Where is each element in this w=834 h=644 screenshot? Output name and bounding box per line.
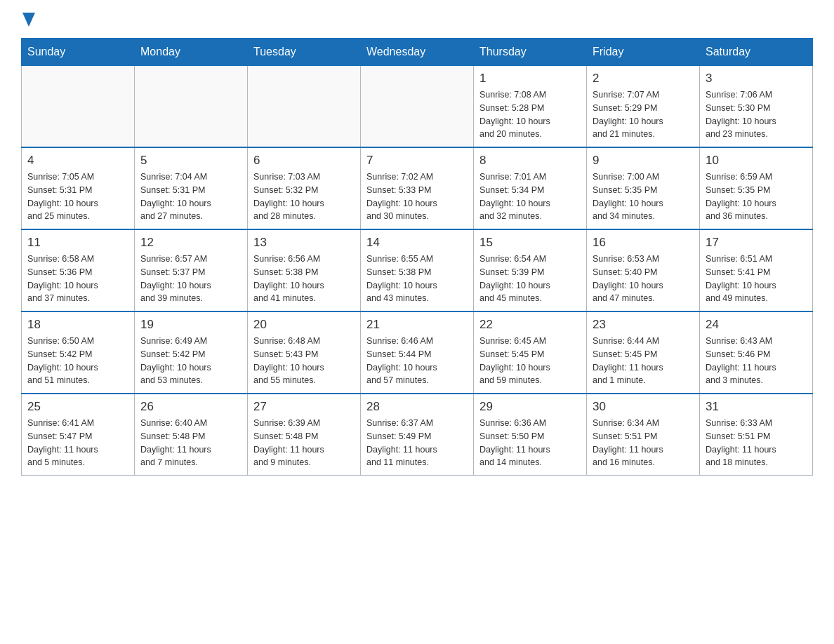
calendar-day-cell: 24Sunrise: 6:43 AM Sunset: 5:46 PM Dayli… — [700, 311, 813, 394]
calendar-day-cell: 22Sunrise: 6:45 AM Sunset: 5:45 PM Dayli… — [474, 311, 587, 394]
day-info-text: Sunrise: 7:01 AM Sunset: 5:34 PM Dayligh… — [479, 170, 581, 223]
day-info-text: Sunrise: 6:37 AM Sunset: 5:49 PM Dayligh… — [366, 417, 468, 469]
day-number: 10 — [706, 154, 807, 168]
calendar-day-cell: 15Sunrise: 6:54 AM Sunset: 5:39 PM Dayli… — [474, 229, 587, 311]
calendar-day-cell: 19Sunrise: 6:49 AM Sunset: 5:42 PM Dayli… — [135, 311, 248, 394]
calendar-day-cell — [361, 66, 474, 148]
day-info-text: Sunrise: 6:43 AM Sunset: 5:46 PM Dayligh… — [706, 335, 807, 387]
calendar-day-cell — [135, 66, 248, 148]
day-info-text: Sunrise: 6:51 AM Sunset: 5:41 PM Dayligh… — [706, 253, 807, 305]
day-number: 17 — [706, 236, 807, 250]
day-number: 3 — [706, 72, 807, 86]
day-info-text: Sunrise: 7:00 AM Sunset: 5:35 PM Dayligh… — [593, 170, 694, 223]
day-info-text: Sunrise: 6:46 AM Sunset: 5:44 PM Dayligh… — [366, 335, 468, 387]
calendar-day-cell: 26Sunrise: 6:40 AM Sunset: 5:48 PM Dayli… — [135, 394, 248, 476]
day-info-text: Sunrise: 6:54 AM Sunset: 5:39 PM Dayligh… — [479, 253, 581, 305]
calendar-week-row: 11Sunrise: 6:58 AM Sunset: 5:36 PM Dayli… — [22, 229, 813, 311]
calendar-week-row: 4Sunrise: 7:05 AM Sunset: 5:31 PM Daylig… — [22, 147, 813, 229]
day-number: 19 — [140, 318, 241, 332]
day-number: 7 — [366, 154, 468, 168]
calendar-day-cell: 16Sunrise: 6:53 AM Sunset: 5:40 PM Dayli… — [587, 229, 700, 311]
day-number: 29 — [479, 400, 581, 414]
day-info-text: Sunrise: 7:03 AM Sunset: 5:32 PM Dayligh… — [253, 170, 355, 223]
day-info-text: Sunrise: 6:56 AM Sunset: 5:38 PM Dayligh… — [253, 253, 355, 305]
calendar-day-cell: 10Sunrise: 6:59 AM Sunset: 5:35 PM Dayli… — [700, 147, 813, 229]
calendar-week-row: 1Sunrise: 7:08 AM Sunset: 5:28 PM Daylig… — [22, 66, 813, 148]
day-info-text: Sunrise: 6:34 AM Sunset: 5:51 PM Dayligh… — [593, 417, 694, 469]
day-info-text: Sunrise: 6:59 AM Sunset: 5:35 PM Dayligh… — [706, 170, 807, 223]
day-number: 21 — [366, 318, 468, 332]
day-number: 5 — [140, 154, 241, 168]
calendar-day-cell — [248, 66, 361, 148]
logo-arrow-icon — [22, 13, 35, 29]
day-info-text: Sunrise: 6:40 AM Sunset: 5:48 PM Dayligh… — [140, 417, 241, 469]
day-info-text: Sunrise: 7:05 AM Sunset: 5:31 PM Dayligh… — [27, 170, 128, 223]
day-number: 28 — [366, 400, 468, 414]
calendar-day-cell: 21Sunrise: 6:46 AM Sunset: 5:44 PM Dayli… — [361, 311, 474, 394]
day-info-text: Sunrise: 7:07 AM Sunset: 5:29 PM Dayligh… — [593, 88, 694, 141]
day-info-text: Sunrise: 6:50 AM Sunset: 5:42 PM Dayligh… — [27, 335, 128, 387]
day-number: 30 — [593, 400, 694, 414]
day-number: 23 — [593, 318, 694, 332]
day-info-text: Sunrise: 6:33 AM Sunset: 5:51 PM Dayligh… — [706, 417, 807, 469]
day-info-text: Sunrise: 6:53 AM Sunset: 5:40 PM Dayligh… — [593, 253, 694, 305]
weekday-header-monday: Monday — [135, 39, 248, 66]
day-number: 24 — [706, 318, 807, 332]
day-number: 8 — [479, 154, 581, 168]
day-info-text: Sunrise: 7:04 AM Sunset: 5:31 PM Dayligh… — [140, 170, 241, 223]
day-info-text: Sunrise: 7:08 AM Sunset: 5:28 PM Dayligh… — [479, 88, 581, 141]
weekday-header-friday: Friday — [587, 39, 700, 66]
day-number: 15 — [479, 236, 581, 250]
day-number: 31 — [706, 400, 807, 414]
calendar-week-row: 25Sunrise: 6:41 AM Sunset: 5:47 PM Dayli… — [22, 394, 813, 476]
calendar-day-cell: 31Sunrise: 6:33 AM Sunset: 5:51 PM Dayli… — [700, 394, 813, 476]
day-number: 25 — [27, 400, 128, 414]
calendar-day-cell: 25Sunrise: 6:41 AM Sunset: 5:47 PM Dayli… — [22, 394, 135, 476]
weekday-header-thursday: Thursday — [474, 39, 587, 66]
svg-marker-0 — [22, 13, 35, 27]
weekday-header-wednesday: Wednesday — [361, 39, 474, 66]
day-info-text: Sunrise: 6:49 AM Sunset: 5:42 PM Dayligh… — [140, 335, 241, 387]
calendar-day-cell: 30Sunrise: 6:34 AM Sunset: 5:51 PM Dayli… — [587, 394, 700, 476]
weekday-header-sunday: Sunday — [22, 39, 135, 66]
calendar-day-cell: 1Sunrise: 7:08 AM Sunset: 5:28 PM Daylig… — [474, 66, 587, 148]
calendar-day-cell: 20Sunrise: 6:48 AM Sunset: 5:43 PM Dayli… — [248, 311, 361, 394]
day-number: 1 — [479, 72, 581, 86]
day-info-text: Sunrise: 6:41 AM Sunset: 5:47 PM Dayligh… — [27, 417, 128, 469]
calendar-week-row: 18Sunrise: 6:50 AM Sunset: 5:42 PM Dayli… — [22, 311, 813, 394]
calendar-day-cell: 5Sunrise: 7:04 AM Sunset: 5:31 PM Daylig… — [135, 147, 248, 229]
day-number: 18 — [27, 318, 128, 332]
calendar-day-cell: 17Sunrise: 6:51 AM Sunset: 5:41 PM Dayli… — [700, 229, 813, 311]
day-number: 20 — [253, 318, 355, 332]
day-number: 9 — [593, 154, 694, 168]
day-number: 12 — [140, 236, 241, 250]
calendar-day-cell: 7Sunrise: 7:02 AM Sunset: 5:33 PM Daylig… — [361, 147, 474, 229]
day-info-text: Sunrise: 6:58 AM Sunset: 5:36 PM Dayligh… — [27, 253, 128, 305]
day-info-text: Sunrise: 7:02 AM Sunset: 5:33 PM Dayligh… — [366, 170, 468, 223]
day-number: 13 — [253, 236, 355, 250]
day-info-text: Sunrise: 6:36 AM Sunset: 5:50 PM Dayligh… — [479, 417, 581, 469]
day-info-text: Sunrise: 6:48 AM Sunset: 5:43 PM Dayligh… — [253, 335, 355, 387]
calendar-day-cell: 6Sunrise: 7:03 AM Sunset: 5:32 PM Daylig… — [248, 147, 361, 229]
calendar-header-row: SundayMondayTuesdayWednesdayThursdayFrid… — [22, 39, 813, 66]
calendar-day-cell: 28Sunrise: 6:37 AM Sunset: 5:49 PM Dayli… — [361, 394, 474, 476]
weekday-header-saturday: Saturday — [700, 39, 813, 66]
day-number: 14 — [366, 236, 468, 250]
calendar-day-cell: 18Sunrise: 6:50 AM Sunset: 5:42 PM Dayli… — [22, 311, 135, 394]
calendar-day-cell: 9Sunrise: 7:00 AM Sunset: 5:35 PM Daylig… — [587, 147, 700, 229]
calendar-day-cell: 12Sunrise: 6:57 AM Sunset: 5:37 PM Dayli… — [135, 229, 248, 311]
day-number: 22 — [479, 318, 581, 332]
day-number: 16 — [593, 236, 694, 250]
calendar-day-cell: 3Sunrise: 7:06 AM Sunset: 5:30 PM Daylig… — [700, 66, 813, 148]
day-info-text: Sunrise: 6:44 AM Sunset: 5:45 PM Dayligh… — [593, 335, 694, 387]
weekday-header-tuesday: Tuesday — [248, 39, 361, 66]
calendar-day-cell: 13Sunrise: 6:56 AM Sunset: 5:38 PM Dayli… — [248, 229, 361, 311]
calendar-day-cell: 23Sunrise: 6:44 AM Sunset: 5:45 PM Dayli… — [587, 311, 700, 394]
calendar-table: SundayMondayTuesdayWednesdayThursdayFrid… — [21, 38, 813, 476]
day-number: 11 — [27, 236, 128, 250]
calendar-day-cell: 11Sunrise: 6:58 AM Sunset: 5:36 PM Dayli… — [22, 229, 135, 311]
calendar-day-cell: 4Sunrise: 7:05 AM Sunset: 5:31 PM Daylig… — [22, 147, 135, 229]
calendar-day-cell — [22, 66, 135, 148]
day-number: 2 — [593, 72, 694, 86]
page-header — [21, 14, 813, 31]
